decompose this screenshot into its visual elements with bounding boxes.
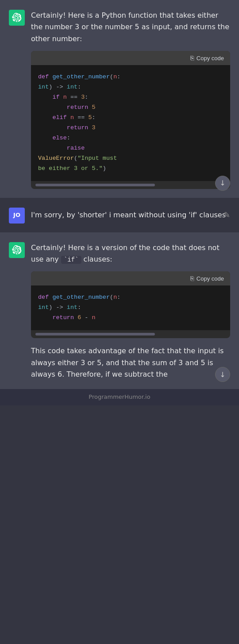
copy-icon-1: ⎘: [190, 54, 194, 62]
copy-icon-3: ⎘: [190, 275, 194, 282]
user-avatar-2: JO: [9, 208, 25, 224]
scrollbar-3[interactable]: [35, 333, 155, 335]
code-block-1: def get_other_number(n: int) -> int: if …: [31, 65, 230, 181]
copy-label-3: Copy code: [197, 275, 224, 282]
scroll-down-button-1[interactable]: ↓: [215, 176, 230, 191]
watermark: ProgrammerHumor.io: [0, 389, 239, 405]
user-avatar-label: JO: [13, 211, 20, 220]
message-text-1: Certainly! Here is a Python function tha…: [31, 10, 230, 45]
edit-button[interactable]: ✎: [224, 208, 230, 221]
message-content-1: Certainly! Here is a Python function tha…: [31, 9, 230, 189]
copy-label-1: Copy code: [197, 55, 224, 62]
copy-code-button-1[interactable]: ⎘ Copy code: [190, 54, 224, 62]
assistant-message-1: Certainly! Here is a Python function tha…: [0, 0, 239, 198]
assistant-message-3: Certainly! Here is a version of the code…: [0, 232, 239, 389]
watermark-text: ProgrammerHumor.io: [89, 393, 150, 400]
user-message-2: JO I'm sorry, by 'shorter' i meant witho…: [0, 198, 239, 232]
message-text-2: I'm sorry, by 'shorter' i meant without …: [31, 209, 230, 221]
message-text-3: Certainly! Here is a version of the code…: [31, 242, 230, 266]
message-content-3: Certainly! Here is a version of the code…: [31, 241, 230, 381]
gpt-avatar-3: [9, 242, 25, 258]
message-content-2: I'm sorry, by 'shorter' i meant without …: [31, 208, 230, 221]
inline-code-if: `if`: [61, 256, 81, 264]
gpt-avatar: [9, 10, 25, 26]
copy-code-button-3[interactable]: ⎘ Copy code: [190, 275, 224, 282]
code-block-3: def get_other_number(n: int) -> int: ret…: [31, 285, 230, 330]
scrollbar-1[interactable]: [35, 184, 155, 186]
code-header-1: ⎘ Copy code: [31, 51, 230, 65]
code-container-3: ⎘ Copy code def get_other_number(n: int)…: [31, 271, 230, 338]
message-text-after-code: This code takes advantage of the fact th…: [31, 345, 230, 380]
code-header-3: ⎘ Copy code: [31, 271, 230, 285]
code-container-1: ⎘ Copy code def get_other_number(n: int)…: [31, 51, 230, 189]
